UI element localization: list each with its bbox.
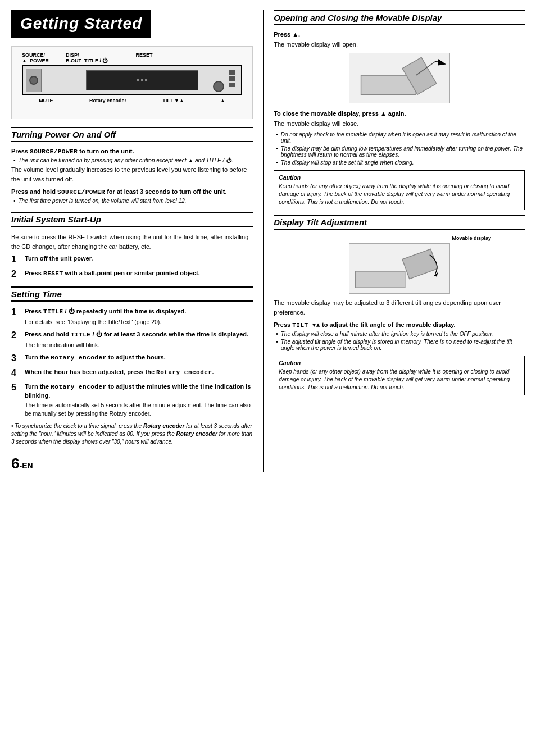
tilt-diagram-container: Movable display (274, 235, 525, 295)
opening-bullet1: Do not apply shock to the movable displa… (276, 131, 525, 144)
device-body: ■ ■ ■ (22, 65, 242, 95)
close-display-body: The movable display will close. (274, 119, 525, 129)
section-initial-startup: Initial System Start-Up (11, 212, 253, 227)
label-reset: RESET (135, 52, 152, 63)
movable-display-label: Movable display (452, 235, 491, 241)
opening-caution-box: Caution Keep hands (or any other object)… (274, 170, 525, 210)
setting-time-step5: 5 Turn the Rotary encoder to adjust the … (11, 382, 253, 418)
close-display-label: To close the movable display, press ▲ ag… (274, 110, 525, 117)
turning-power-body1: The volume level gradually increases to … (11, 165, 253, 184)
tilt-body1: The movable display may be adjusted to 3… (274, 298, 525, 317)
setting-time-steps: 1 Press TITLE / ⏻ repeatedly until the t… (11, 307, 253, 418)
press-hold-source-power-label: Press and hold SOURCE/POWER for at least… (11, 188, 253, 195)
press-eject-label: Press ▲. (274, 31, 525, 38)
label-mute: MUTE (39, 98, 53, 103)
tilt-caution-box: Caution Keep hands (or any other object)… (274, 356, 525, 395)
section-turning-power-title: Turning Power On and Off (11, 130, 116, 139)
svg-line-4 (435, 61, 443, 62)
setting-time-step3: 3 Turn the Rotary encoder to adjust the … (11, 353, 253, 363)
label-tilt: TILT ▼▲ (162, 98, 184, 103)
svg-rect-5 (355, 271, 405, 288)
svg-rect-6 (402, 249, 438, 279)
setting-time-step2: 2 Press and hold TITLE / ⏻ for at least … (11, 330, 253, 349)
initial-startup-step1: 1 Turn off the unit power. (11, 254, 253, 265)
setting-time-italic-note: • To synchronize the clock to a time sig… (11, 422, 253, 446)
page-number: 6-EN (11, 455, 253, 472)
section-turning-power: Turning Power On and Off (11, 127, 253, 142)
section-display-tilt: Display Tilt Adjustment (274, 215, 525, 230)
press-source-power-label: Press SOURCE/POWER to turn on the unit. (11, 148, 253, 155)
section-setting-time: Setting Time (11, 286, 253, 302)
opening-caution-title: Caution (279, 174, 520, 181)
tilt-caution-text: Keep hands (or any other object) away fr… (279, 368, 520, 391)
opening-bullet3: The display will stop at the set tilt an… (276, 160, 525, 166)
section-opening-closing: Opening and Closing the Movable Display (274, 10, 525, 25)
initial-startup-steps: 1 Turn off the unit power. 2 Press RESET… (11, 254, 253, 279)
section-setting-time-title: Setting Time (11, 289, 62, 299)
setting-time-step1: 1 Press TITLE / ⏻ repeatedly until the t… (11, 307, 253, 326)
label-disp-bout: DISP/ B.OUT TITLE / ⏻ (66, 52, 108, 63)
device-diagram: SOURCE/ ▲ POWER DISP/ B.OUT TITLE / ⏻ RE… (11, 46, 253, 119)
tilt-bullet2: The adjusted tilt angle of the display i… (276, 339, 525, 351)
section-display-tilt-title: Display Tilt Adjustment (274, 217, 367, 227)
opening-caution-text: Keep hands (or any other object) away fr… (279, 183, 520, 206)
page-title: Getting Started (20, 15, 142, 32)
label-source-power: SOURCE/ ▲ POWER (22, 52, 49, 63)
page-title-block: Getting Started (11, 10, 151, 38)
opening-diagram (274, 53, 525, 104)
tilt-bullet1: The display will close a half minute aft… (276, 331, 525, 337)
tilt-caution-title: Caution (279, 359, 520, 366)
label-rotary: Rotary encoder (89, 98, 126, 103)
initial-startup-step2: 2 Press RESET with a ball-point pen or s… (11, 269, 253, 279)
label-eject: ▲ (220, 98, 225, 103)
opening-bullet2: The display may be dim during low temper… (276, 145, 525, 158)
initial-startup-body1: Be sure to press the RESET switch when u… (11, 233, 253, 251)
tilt-press-label: Press TILT ▼▲ to adjust the tilt angle o… (274, 321, 525, 329)
section-initial-startup-title: Initial System Start-Up (11, 215, 101, 224)
setting-time-step4: 4 When the hour has been adjusted, press… (11, 368, 253, 378)
turning-power-bullet2: The first time power is turned on, the v… (13, 198, 253, 204)
turning-power-bullet1: The unit can be turned on by pressing an… (13, 157, 253, 163)
section-opening-closing-title: Opening and Closing the Movable Display (274, 13, 442, 22)
movable-display-open-body: The movable display will open. (274, 40, 525, 49)
